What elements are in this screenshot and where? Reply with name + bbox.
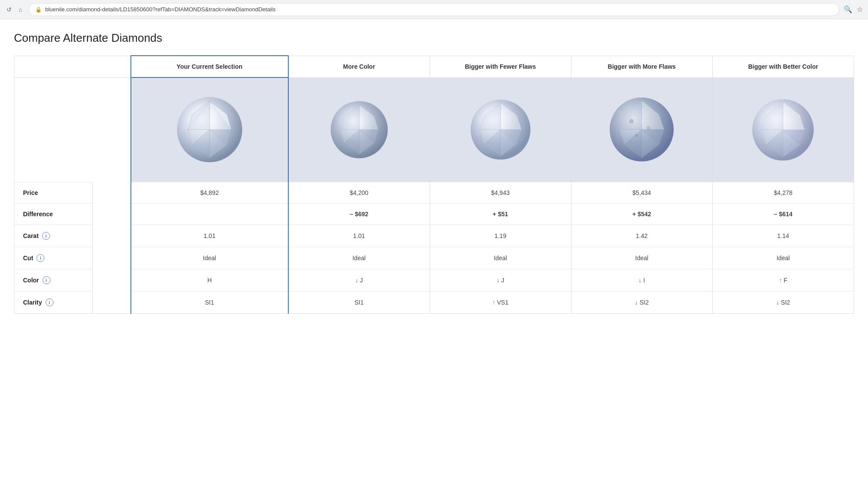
- carat-label: Carat i: [14, 225, 93, 247]
- color-more-flaws: ↓ I: [571, 269, 712, 291]
- clarity-more-color: SI1: [288, 291, 430, 314]
- header-more-flaws-col: Bigger with More Flaws: [571, 56, 712, 77]
- difference-more-color: – $692: [288, 203, 430, 225]
- difference-better-color: – $614: [712, 203, 854, 225]
- fewer-flaws-diamond-svg: [468, 97, 533, 162]
- color-more-flaws-arrow: ↓: [638, 277, 641, 284]
- color-fewer-flaws-arrow: ↓: [497, 277, 500, 284]
- cut-info-icon[interactable]: i: [37, 254, 44, 262]
- diamond-images-row: [14, 77, 854, 182]
- reload-button[interactable]: ↺: [5, 6, 13, 13]
- difference-current: [131, 203, 288, 225]
- difference-fewer-flaws: + $51: [430, 203, 571, 225]
- price-row: Price $4,892 $4,200 $4,943 $5,434 $4,278: [14, 182, 854, 203]
- more-color-diamond-image[interactable]: [288, 77, 430, 182]
- header-current-col: Your Current Selection: [131, 56, 288, 77]
- price-current: $4,892: [131, 182, 288, 203]
- color-current: H: [131, 269, 288, 291]
- browser-controls: ↺ ⌂: [5, 6, 24, 13]
- color-label: Color i: [14, 269, 93, 291]
- clarity-current: SI1: [131, 291, 288, 314]
- price-more-flaws: $5,434: [571, 182, 712, 203]
- color-fewer-flaws: ↓ J: [430, 269, 571, 291]
- clarity-better-color: ↓ SI2: [712, 291, 854, 314]
- cut-fewer-flaws: Ideal: [430, 247, 571, 269]
- color-more-color: ↓ J: [288, 269, 430, 291]
- header-more-color-col: More Color: [288, 56, 430, 77]
- cut-current: Ideal: [131, 247, 288, 269]
- clarity-more-flaws-arrow: ↓: [635, 299, 638, 306]
- clarity-label: Clarity i: [14, 291, 93, 313]
- difference-row: Difference – $692 + $51 + $542 – $614: [14, 203, 854, 225]
- current-diamond-image[interactable]: [131, 77, 288, 182]
- color-more-color-arrow: ↓: [355, 277, 358, 284]
- cut-more-flaws: Ideal: [571, 247, 712, 269]
- price-label: Price: [14, 182, 93, 203]
- clarity-info-icon[interactable]: i: [46, 298, 53, 306]
- cut-row: Cut i Ideal Ideal Ideal Ideal Ideal: [14, 247, 854, 269]
- more-flaws-diamond-image[interactable]: [571, 77, 712, 182]
- color-better-color-arrow: ↑: [779, 277, 782, 284]
- header-better-color-col: Bigger with Better Color: [712, 56, 854, 77]
- clarity-fewer-flaws: ↑ VS1: [430, 291, 571, 314]
- compare-table: Your Current Selection More Color Bigger…: [14, 55, 854, 314]
- difference-more-flaws: + $542: [571, 203, 712, 225]
- carat-fewer-flaws: 1.19: [430, 225, 571, 247]
- page-title: Compare Alternate Diamonds: [14, 31, 854, 45]
- lock-icon: 🔒: [35, 7, 42, 13]
- price-more-color: $4,200: [288, 182, 430, 203]
- clarity-row: Clarity i SI1 SI1 ↑ VS1 ↓ SI2: [14, 291, 854, 314]
- carat-row: Carat i 1.01 1.01 1.19 1.42 1.14: [14, 225, 854, 247]
- url-text: bluenile.com/diamond-details/LD15850600?…: [45, 6, 833, 13]
- color-better-color: ↑ F: [712, 269, 854, 291]
- browser-chrome: ↺ ⌂ 🔒 bluenile.com/diamond-details/LD158…: [0, 0, 868, 19]
- table-header-row: Your Current Selection More Color Bigger…: [14, 56, 854, 77]
- clarity-fewer-flaws-arrow: ↑: [492, 299, 495, 306]
- address-bar[interactable]: 🔒 bluenile.com/diamond-details/LD1585060…: [29, 3, 839, 16]
- svg-point-30: [629, 119, 634, 123]
- more-color-diamond-svg: [329, 99, 390, 160]
- carat-info-icon[interactable]: i: [42, 232, 50, 240]
- clarity-more-flaws: ↓ SI2: [571, 291, 712, 314]
- better-color-diamond-image[interactable]: [712, 77, 854, 182]
- clarity-better-color-arrow: ↓: [776, 299, 779, 306]
- fewer-flaws-diamond-image[interactable]: [430, 77, 571, 182]
- page-content: Compare Alternate Diamonds Your Current …: [0, 19, 868, 326]
- svg-point-32: [635, 134, 638, 137]
- bookmark-button[interactable]: ☆: [857, 5, 863, 13]
- more-flaws-diamond-svg: [607, 95, 677, 164]
- cut-more-color: Ideal: [288, 247, 430, 269]
- price-better-color: $4,278: [712, 182, 854, 203]
- price-fewer-flaws: $4,943: [430, 182, 571, 203]
- header-fewer-flaws-col: Bigger with Fewer Flaws: [430, 56, 571, 77]
- cut-better-color: Ideal: [712, 247, 854, 269]
- carat-current: 1.01: [131, 225, 288, 247]
- difference-label: Difference: [14, 203, 93, 225]
- current-diamond-svg: [175, 95, 244, 164]
- carat-better-color: 1.14: [712, 225, 854, 247]
- color-info-icon[interactable]: i: [43, 276, 50, 284]
- carat-more-color: 1.01: [288, 225, 430, 247]
- header-label-col: [14, 56, 131, 77]
- carat-more-flaws: 1.42: [571, 225, 712, 247]
- image-label-cell: [14, 77, 131, 182]
- color-row: Color i H ↓ J ↓ J ↓ I: [14, 269, 854, 291]
- home-button[interactable]: ⌂: [17, 6, 24, 13]
- better-color-diamond-svg: [749, 96, 817, 164]
- browser-search-button[interactable]: 🔍: [844, 5, 852, 13]
- cut-label: Cut i: [14, 247, 93, 269]
- svg-point-31: [647, 126, 651, 130]
